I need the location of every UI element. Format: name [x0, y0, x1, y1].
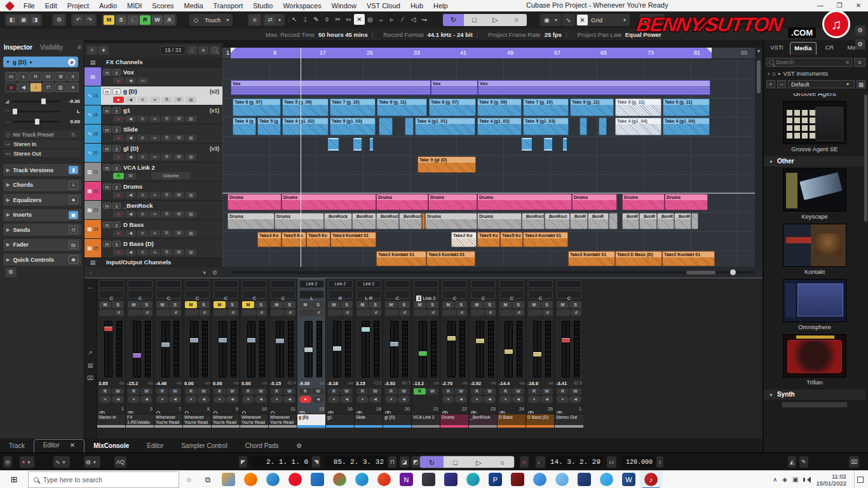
read-button[interactable]: R	[161, 249, 172, 255]
menu-vst-cloud[interactable]: VST Cloud	[362, 2, 405, 10]
mixer-channel-fx1-revelatio[interactable]: C MS e -15.2-oo RW ●◀ 3 FX1-REVelatio	[125, 278, 154, 429]
record-arm-button[interactable]: ●	[113, 192, 124, 198]
solo-button[interactable]: S	[369, 301, 381, 308]
show-lanes-button[interactable]: ▥	[186, 135, 196, 141]
tool-mute[interactable]: ✕	[354, 14, 365, 25]
tool-erase[interactable]: ◊	[322, 14, 332, 25]
mixer-link-icon[interactable]: ↗	[85, 349, 96, 356]
listen-button[interactable]	[242, 309, 256, 316]
record-button[interactable]: ●	[113, 78, 124, 84]
monitor-button[interactable]: ◀	[125, 97, 136, 103]
clip-drums[interactable]: Drums	[428, 194, 477, 210]
tool-range-selection[interactable]: ⌶	[300, 14, 311, 25]
kontakt-thumbnail[interactable]	[783, 224, 846, 267]
show-lanes-button[interactable]: ▥	[186, 230, 196, 236]
divider-handle[interactable]: -	[90, 269, 92, 276]
taskbar-app-cubase[interactable]: ♪	[640, 471, 662, 488]
channel-name[interactable]: Stereo Out	[555, 414, 583, 425]
read-button[interactable]: R	[499, 388, 512, 395]
volume-control[interactable]: ◢-9.36	[5, 97, 80, 105]
no-effect-button[interactable]: X	[67, 72, 79, 81]
pan-control[interactable]: R	[328, 290, 353, 299]
channel-name[interactable]: g (D)	[297, 414, 326, 425]
mute-button[interactable]: M	[214, 301, 226, 308]
clip-take-9-g-11[interactable]: Take 9 (g_11)	[377, 98, 427, 116]
fader-area[interactable]	[469, 318, 498, 380]
listen-button[interactable]	[414, 309, 428, 316]
clip-take5-ko[interactable]: Take5 Ko	[281, 232, 306, 247]
edit-channel-button[interactable]: e	[285, 309, 295, 316]
write-button[interactable]: W	[541, 388, 553, 395]
right-locator-flag-icon[interactable]: ◥	[312, 456, 320, 468]
write-button[interactable]: W	[398, 388, 410, 395]
crossfade-button[interactable]: ∿	[562, 14, 575, 26]
volume-icon[interactable]	[803, 477, 811, 483]
trilian-thumbnail[interactable]	[783, 334, 846, 377]
lower-tab-editor[interactable]: Editor✕	[34, 439, 85, 452]
freeze-button[interactable]: ∞	[149, 249, 160, 255]
monitor-button[interactable]: ◀	[283, 396, 295, 403]
listen-button[interactable]	[328, 309, 342, 316]
record-button[interactable]: ○	[506, 14, 527, 26]
groove-agent-thumbnail[interactable]	[783, 101, 846, 144]
clip-benr[interactable]: _BenR	[639, 213, 657, 229]
mixer-menu-icon[interactable]: ⋯	[85, 285, 96, 291]
freeze-button[interactable]: ∞	[149, 211, 160, 217]
tempo-display[interactable]: 120.000	[621, 456, 654, 468]
setup-window-layout[interactable]: ⚙	[52, 14, 66, 26]
cycle-region[interactable]	[231, 48, 712, 58]
fader-icon[interactable]: ▤	[69, 241, 78, 249]
write-automation-button[interactable]: W	[43, 72, 55, 81]
write-button[interactable]: W	[484, 388, 496, 395]
mixer-channel-g1[interactable]: Link 2 R MS e -8.16-oo RW ●◀ 16 g1	[325, 278, 354, 429]
taskbar-app-navy-app[interactable]	[573, 471, 595, 488]
solo-button[interactable]: S	[312, 301, 324, 308]
fader-cap[interactable]	[475, 338, 485, 344]
record-arm-button[interactable]: ●	[113, 230, 124, 236]
feedback-icon[interactable]: ◉	[541, 15, 552, 25]
read-button[interactable]: R	[99, 388, 111, 395]
edit-channel-button[interactable]: e	[314, 309, 324, 316]
edit-channel-button[interactable]: e	[457, 309, 467, 316]
solo-button[interactable]: s	[112, 69, 121, 76]
show-lanes-button[interactable]: ▥	[186, 97, 196, 103]
input-routing-row[interactable]: ↦Stereo In	[3, 140, 81, 149]
read-button[interactable]: R	[471, 388, 483, 395]
clip-slide[interactable]	[521, 137, 532, 151]
clip-slide[interactable]	[369, 137, 374, 151]
mute-button[interactable]: m	[103, 107, 111, 114]
write-button[interactable]: W	[369, 388, 381, 395]
inspector-setup-gear-icon[interactable]: ⚙	[5, 268, 17, 277]
clip-vox[interactable]: Vox	[431, 80, 478, 95]
fader-area[interactable]	[355, 318, 383, 380]
clip-slide[interactable]	[353, 137, 362, 151]
freeze-icon[interactable]: ∗	[67, 83, 79, 92]
read-button[interactable]: R	[385, 388, 397, 395]
vst-item-groove-agent-se[interactable]: Groove Agent SE	[764, 101, 865, 154]
show-lanes-button[interactable]: ▥	[186, 249, 196, 255]
edit-channel-button[interactable]: e	[342, 309, 353, 316]
monitor-button[interactable]: ◀	[398, 396, 410, 403]
monitor-button[interactable]: ◀	[125, 135, 136, 141]
taskbar-app-onenote[interactable]: N	[395, 471, 417, 488]
solo-button[interactable]: S	[140, 301, 153, 308]
track-list-gear-icon[interactable]: ⚙	[212, 269, 217, 276]
routing-slot[interactable]	[242, 280, 267, 288]
clip-gray[interactable]	[609, 213, 618, 229]
show-lanes-button[interactable]: ▥	[186, 154, 196, 160]
write-button[interactable]: W	[173, 211, 184, 217]
clip-drums[interactable]: Drums	[275, 213, 324, 229]
write-button[interactable]: W	[512, 388, 524, 395]
menu-hub[interactable]: Hub	[405, 2, 428, 10]
pan-control[interactable]: 2Link 2	[414, 290, 438, 299]
pan-control[interactable]: C	[385, 290, 410, 299]
monitor-button[interactable]: ◀	[18, 83, 30, 92]
inserts-icon[interactable]: ▣	[69, 211, 78, 219]
inspector-section-inserts[interactable]: ▶Inserts▣	[3, 209, 81, 221]
read-button[interactable]: R	[242, 388, 254, 395]
record-arm-button[interactable]: ●	[128, 396, 140, 403]
clip-slide[interactable]	[327, 137, 339, 151]
solo-button[interactable]: S	[569, 301, 581, 308]
fader-cap[interactable]	[189, 337, 199, 343]
monitor-button[interactable]: ◀	[125, 192, 136, 198]
